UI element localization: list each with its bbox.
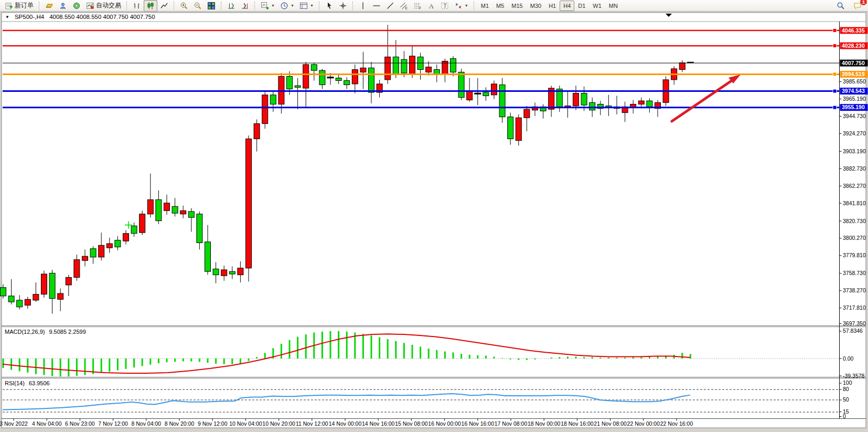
indicators-button[interactable]: ▼ [258,0,277,12]
price-tick-label: 3944.730 [843,113,866,119]
timeframe-button-h4[interactable]: H4 [560,1,574,11]
zoom-in-button[interactable] [177,0,191,12]
svg-text:T: T [443,3,446,9]
toolbar-separator [174,2,175,10]
time-tick-label: 14 Nov 16:00 [362,420,395,427]
price-tick-label: 3924.270 [843,130,866,136]
notification-badge: 1 [860,0,867,5]
chart-shift-icon [241,2,249,10]
add-indicator-icon [261,2,269,10]
auto-scroll-button[interactable] [224,0,238,12]
candlestick-button[interactable] [144,0,157,12]
price-line-badge: 4028.230 [840,43,868,49]
line-chart-icon [160,2,168,10]
time-tick-label: 8 Nov 20:00 [165,420,195,427]
svg-text:4028.230: 4028.230 [842,43,865,49]
rsi-axis-label: 0 [843,413,846,419]
text-button[interactable]: A [424,0,438,12]
cursor-icon [325,2,334,10]
cursor-button[interactable] [323,0,336,12]
rsi-value: 63.9506 [29,380,50,386]
price-tick-label: 3800.270 [843,235,866,241]
candlestick-icon [146,2,155,10]
chevron-down-icon: ▼ [271,4,275,7]
profile-button[interactable] [56,0,70,12]
charts-button[interactable] [42,0,56,12]
timeframe-button-m15[interactable]: M15 [508,1,526,11]
timeframe-button-w1[interactable]: W1 [589,1,605,11]
price-tick-label: 3779.810 [843,252,866,258]
price-tick-label: 3717.810 [843,304,866,311]
candlestick [499,78,505,123]
channel-button[interactable]: E [397,0,411,12]
toolbar-separator [319,2,320,10]
mt4-terminal-window: { "toolbar": { "new_order_label": "新订单",… [0,0,868,432]
rsi-name: RSI(14) [5,380,25,386]
price-tick-label: 3758.730 [843,270,866,276]
svg-text:3955.190: 3955.190 [842,104,865,110]
auto-scroll-icon [227,2,235,10]
timeframe-button-d1[interactable]: D1 [574,1,589,11]
new-order-button-label: 新订单 [15,1,34,10]
timeframe-button-m5[interactable]: M5 [492,1,508,11]
search-button[interactable] [834,0,848,12]
candlestick [246,135,252,281]
line-chart-button[interactable] [157,0,171,12]
time-tick-label: 18 Nov 00:00 [528,420,561,427]
candlestick [262,91,268,129]
time-tick-label: 18 Nov 16:00 [561,420,594,427]
toolbar-buttons: 新订单自动交易▼▼▼EFAT▼M1M5M15M30H1H4D1W1MN [2,0,621,12]
svg-text:F: F [419,6,421,10]
bar-chart-button[interactable] [130,0,144,12]
time-tick-label: 11 Nov 12:00 [296,420,328,427]
fibonacci-icon: F [413,2,422,10]
svg-text:4046.335: 4046.335 [842,27,865,34]
crosshair-button[interactable] [336,0,350,12]
autotrading-button[interactable]: 自动交易 [83,0,124,12]
periods-button[interactable]: ▼ [277,0,297,12]
new-order-button[interactable]: 新订单 [2,0,36,12]
time-tick-label: 14 Nov 00:00 [329,420,362,427]
rsi-axis-label: 50 [843,396,849,403]
chart-canvas[interactable]: 3985.6503965.1903944.7303924.2703903.190… [0,0,868,432]
chevron-down-icon: ▼ [310,4,314,7]
horizontal-line-button[interactable] [370,0,383,12]
zoom-out-button[interactable] [191,0,205,12]
timeframe-button-m30[interactable]: M30 [527,1,545,11]
blue-user-icon [59,2,67,10]
price-tick-label: 3841.810 [843,200,866,206]
candlestick [140,210,145,235]
arrows-button[interactable]: ▼ [452,0,471,12]
timeframe-button-mn[interactable]: MN [605,1,621,11]
vertical-line-button[interactable] [356,0,370,12]
crosshair-icon [339,2,347,10]
toolbar-separator [474,2,475,10]
label-button[interactable]: T [438,0,452,12]
time-tick-label: 9 Nov 12:00 [198,420,228,427]
tile-windows-button[interactable] [205,0,218,12]
price-tick-label: 3697.350 [843,320,866,326]
signals-button[interactable] [70,0,83,12]
time-tick-label: 7 Nov 12:00 [98,420,128,427]
templates-button[interactable]: ▼ [297,0,316,12]
chart-shift-button[interactable] [238,0,252,12]
trendline-icon [386,2,394,10]
chart-ohlc-values: 4008.550 4008.550 4007.750 4007.750 [49,14,155,20]
chevron-down-icon: ▼ [291,4,294,7]
notifications-button[interactable]: 1 [851,0,865,12]
timeframe-button-m1[interactable]: M1 [477,1,492,11]
svg-text:A: A [428,2,434,10]
price-tick-label: 3965.190 [843,96,866,102]
signal-icon [72,2,81,10]
timeframe-button-h1[interactable]: H1 [545,1,560,11]
trendline-button[interactable] [383,0,397,12]
price-tick-label: 3882.730 [843,165,866,172]
chart-info-line: ▼ SP500-,H4 4008.550 4008.550 4007.750 4… [5,14,155,20]
time-tick-label: 3 Nov 2022 [0,420,28,427]
vertical-line-icon [359,2,367,10]
time-tick-label: 6 Nov 23:00 [65,420,95,427]
svg-text:3974.543: 3974.543 [842,88,865,94]
horizontal-line-icon [372,2,381,10]
one-click-expander[interactable]: ▼ [5,15,9,19]
fibonacci-button[interactable]: F [411,0,424,12]
